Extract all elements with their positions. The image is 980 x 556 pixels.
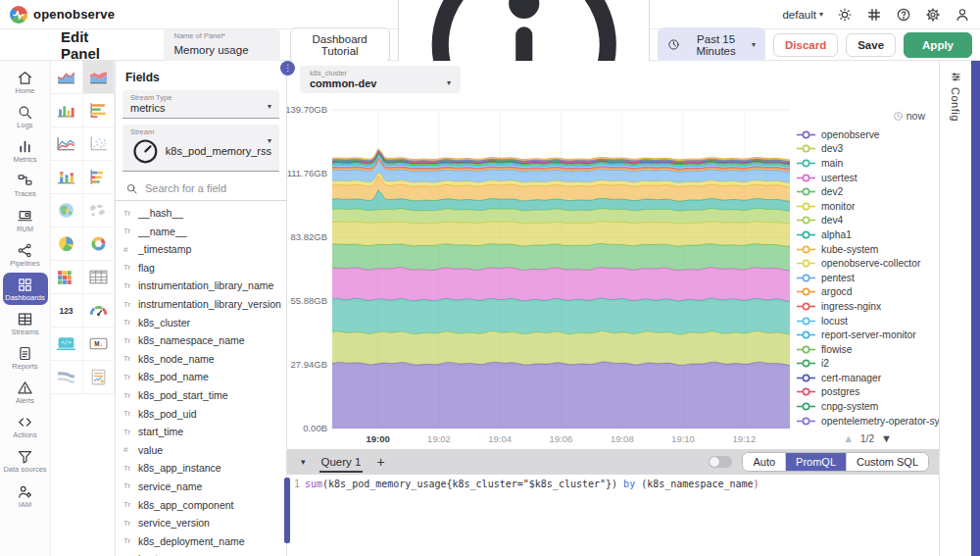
field-item-_timestamp[interactable]: # _timestamp xyxy=(116,240,286,259)
discard-button[interactable]: Discard xyxy=(773,33,838,57)
sidebar-item-metrics[interactable]: Metrics xyxy=(2,134,49,168)
legend-item-locust[interactable]: locust xyxy=(796,314,939,329)
legend-item-opentelemetry-operator-system[interactable]: opentelemetry-operator-system xyxy=(796,414,939,429)
sidebar-item-alerts[interactable]: Alerts xyxy=(2,376,49,409)
sidebar-item-traces[interactable]: Traces xyxy=(2,169,49,202)
chart-type-h-stacked-bar[interactable] xyxy=(83,161,116,194)
field-item-__name__[interactable]: Tr __name__ xyxy=(116,222,286,240)
legend-item-ingress-nginx[interactable]: ingress-nginx xyxy=(796,299,939,314)
legend-item-dev2[interactable]: dev2 xyxy=(796,184,939,199)
legend-item-main[interactable]: main xyxy=(796,156,939,171)
sidebar-item-data-sources[interactable]: Data sources xyxy=(2,444,49,478)
field-search-input[interactable] xyxy=(145,182,276,194)
query-mode-promql[interactable]: PromQL xyxy=(785,453,846,471)
query-collapse-icon[interactable]: ▾ xyxy=(301,457,306,467)
legend-item-pentest[interactable]: pentest xyxy=(796,271,939,285)
time-range-button[interactable]: Past 15 Minutes ▾ xyxy=(658,27,765,63)
legend-item-kube-system[interactable]: kube-system xyxy=(796,242,939,257)
field-item-__hash__[interactable]: Tr __hash__ xyxy=(116,204,286,223)
dashboard-tutorial-button[interactable]: Dashboard Tutorial xyxy=(290,27,390,63)
chart-type-custom-chart[interactable] xyxy=(83,361,116,394)
query-tab-1[interactable]: Query 1 xyxy=(319,452,364,473)
legend-item-monitor[interactable]: monitor xyxy=(796,199,939,214)
fields-panel-toggle-badge[interactable]: ⋮ xyxy=(280,61,295,76)
field-item-value[interactable]: # value xyxy=(116,441,286,460)
legend-page-down-icon[interactable]: ▼ xyxy=(881,432,892,444)
sidebar-item-streams[interactable]: Streams xyxy=(2,307,49,340)
query-mode-auto[interactable]: Auto xyxy=(743,453,785,471)
variable-select-k8s-cluster[interactable]: k8s_cluster common-dev ▾ xyxy=(300,66,461,93)
chart-type-heatmap[interactable] xyxy=(51,261,83,294)
panel-name-field[interactable]: Name of Panel* xyxy=(164,29,279,61)
sidebar-item-iam[interactable]: IAM xyxy=(2,480,49,513)
field-item-k8s_pod_name[interactable]: Tr k8s_pod_name xyxy=(116,368,286,386)
save-button[interactable]: Save xyxy=(846,33,896,57)
chart-type-line[interactable] xyxy=(51,127,83,161)
legend-item-alpha1[interactable]: alpha1 xyxy=(796,227,939,242)
chart-type-stacked-bar[interactable] xyxy=(51,161,83,194)
legend-item-cert-manager[interactable]: cert-manager xyxy=(796,371,939,385)
chart-type-geomap[interactable] xyxy=(51,194,83,227)
legend-item-dev3[interactable]: dev3 xyxy=(796,142,939,157)
field-item-service_version[interactable]: Tr service_version xyxy=(116,514,286,532)
chart-type-donut[interactable] xyxy=(83,227,116,261)
memory-usage-chart[interactable]: 0.00B27.94GB55.88GB83.82GB111.76GB139.70… xyxy=(287,100,794,449)
chart-type-gauge[interactable] xyxy=(83,294,116,328)
sidebar-item-actions[interactable]: Actions xyxy=(2,410,49,443)
legend-item-usertest[interactable]: usertest xyxy=(796,171,939,185)
stream-type-select[interactable]: Stream Type metrics ▾ xyxy=(122,90,279,119)
chart-type-bar[interactable] xyxy=(51,94,83,127)
legend-item-dev4[interactable]: dev4 xyxy=(796,214,939,228)
stream-select[interactable]: Stream k8s_pod_memory_rss ▾ xyxy=(122,125,279,172)
panel-name-input[interactable] xyxy=(173,44,270,56)
field-item-k8s_deployment_name[interactable]: Tr k8s_deployment_name xyxy=(116,531,286,550)
sidebar-item-reports[interactable]: Reports xyxy=(2,341,49,375)
chart-type-area[interactable] xyxy=(51,61,83,94)
field-item-k8s_app_component[interactable]: Tr k8s_app_component xyxy=(116,495,286,514)
field-item-flag[interactable]: Tr flag xyxy=(116,259,286,278)
query-builder-toggle[interactable] xyxy=(709,456,732,468)
sidebar-item-rum[interactable]: RUM xyxy=(2,204,49,237)
field-item-k8s_namespace_name[interactable]: Tr k8s_namespace_name xyxy=(116,331,286,350)
chart-type-table[interactable] xyxy=(83,261,116,294)
legend-item-openobserve-collector[interactable]: openobserve-collector xyxy=(796,256,939,271)
chart-type-html[interactable]: </> xyxy=(51,328,83,361)
chart-type-h-bar[interactable] xyxy=(83,94,116,127)
field-item-k8s_app_instance[interactable]: Tr k8s_app_instance xyxy=(116,459,286,478)
field-item-k8s_cluster[interactable]: Tr k8s_cluster xyxy=(116,313,286,331)
chart-type-markdown[interactable]: M↓ xyxy=(83,328,116,361)
field-item-k8s_node_name[interactable]: Tr k8s_node_name xyxy=(116,350,286,369)
query-mode-custom-sql[interactable]: Custom SQL xyxy=(846,453,928,471)
legend-item-argocd[interactable]: argocd xyxy=(796,285,939,300)
query-scrollbar[interactable] xyxy=(284,478,290,543)
field-item-instrumentation_library_name[interactable]: Tr instrumentation_library_name xyxy=(116,277,286,295)
vertical-scrollbar[interactable] xyxy=(971,61,980,556)
chart-type-sankey[interactable] xyxy=(51,361,83,394)
sidebar-item-logs[interactable]: Logs xyxy=(2,100,49,133)
chart-type-pie[interactable] xyxy=(51,227,83,261)
legend-item-flowise[interactable]: flowise xyxy=(796,342,939,357)
legend-page-up-icon[interactable]: ▲ xyxy=(843,432,854,444)
chart-type-area-stacked-selected[interactable] xyxy=(83,61,116,94)
chart-type-world-map[interactable] xyxy=(83,194,116,227)
sidebar-item-pipelines[interactable]: Pipelines xyxy=(2,238,49,272)
chart-type-metric-text[interactable]: 123 xyxy=(51,294,83,328)
sidebar-item-dashboards[interactable]: Dashboards xyxy=(3,273,48,306)
field-item-service_name[interactable]: Tr service_name xyxy=(116,478,286,496)
field-item-k8s_pod_uid[interactable]: Tr k8s_pod_uid xyxy=(116,404,286,423)
legend-item-i2[interactable]: i2 xyxy=(796,357,939,372)
field-item-k8s_pod_start_time[interactable]: Tr k8s_pod_start_time xyxy=(116,386,286,405)
field-item-instrumentation_library_version[interactable]: Tr instrumentation_library_version xyxy=(116,295,286,314)
add-query-button[interactable]: + xyxy=(376,454,384,470)
legend-item-postgres[interactable]: postgres xyxy=(796,385,939,400)
config-panel-tab[interactable]: Config xyxy=(939,61,971,556)
legend-item-openobserve[interactable]: openobserve xyxy=(796,127,939,142)
legend-item-report-server-monitor[interactable]: report-server-monitor xyxy=(796,328,939,342)
sidebar-item-home[interactable]: Home xyxy=(2,66,49,99)
chart-type-scatter[interactable] xyxy=(83,127,116,161)
field-item-start_time[interactable]: Tr start_time xyxy=(116,423,286,441)
legend-item-cnpg-system[interactable]: cnpg-system xyxy=(796,399,939,414)
promql-code[interactable]: sum(k8s_pod_memory_usage{k8s_cluster="$k… xyxy=(305,479,760,556)
apply-button[interactable]: Apply xyxy=(904,32,972,58)
field-item-host_name[interactable]: Tr host_name xyxy=(116,550,286,556)
